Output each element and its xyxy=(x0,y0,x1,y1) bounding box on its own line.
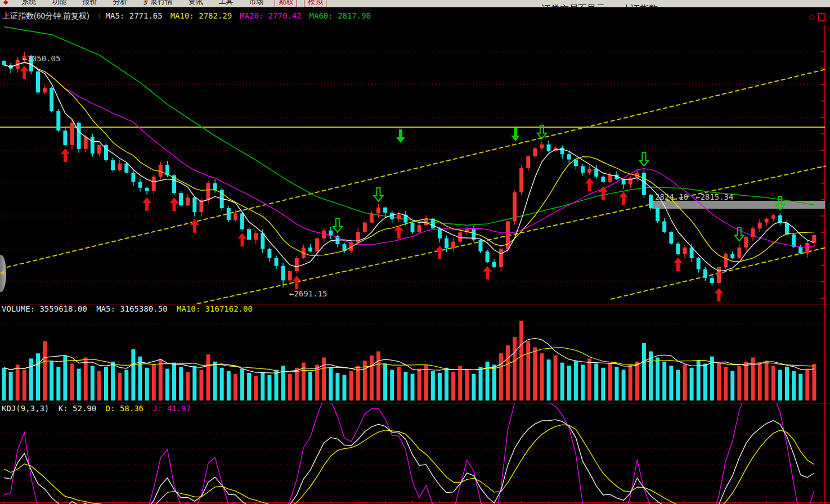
ma20-value: MA20: 2770.42 xyxy=(240,11,302,20)
price-label-3: ←2815.34 xyxy=(696,192,733,201)
kdj-params: KDJ(9,3,3) xyxy=(2,404,49,413)
kdj-j-line xyxy=(4,403,814,504)
kdj-k-line xyxy=(4,420,814,504)
menu-item-7[interactable]: 市场 xyxy=(249,0,263,7)
chart-title: 上证指数(60分钟.前复权) xyxy=(2,11,89,20)
menu-item-boxed-0[interactable]: 期权 xyxy=(275,0,297,7)
ma10-value: MA10: 2782.29 xyxy=(171,11,232,20)
trading-app-window: ◆系统功能报价分析扩展行情资讯工具市场期权模拟 证券交易不显示 上证指数 上证指… xyxy=(0,0,830,504)
volume-header: VOLUME: 3559618.00 MA5: 3165380.50 MA10:… xyxy=(2,304,257,313)
menu-item-0[interactable]: 系统 xyxy=(21,0,36,7)
volume-gridlines xyxy=(0,325,825,362)
menu-item-1[interactable]: 功能 xyxy=(52,0,66,7)
kdj-chart-canvas[interactable] xyxy=(0,403,830,504)
restore-window-icon[interactable] xyxy=(818,13,825,21)
trendlines xyxy=(0,69,826,304)
menu-bar: ◆系统功能报价分析扩展行情资讯工具市场期权模拟 证券交易不显示 上证指数 xyxy=(0,0,830,8)
price-axis xyxy=(821,25,825,304)
menu-item-boxed-1[interactable]: 模拟 xyxy=(304,0,326,7)
kdj-gridlines xyxy=(0,433,825,496)
menu-item-6[interactable]: 工具 xyxy=(218,0,233,7)
app-icon[interactable]: ◆ xyxy=(3,0,8,5)
menu-item-4[interactable]: 扩展行情 xyxy=(143,0,172,7)
price-label-1: ←2691.15 xyxy=(289,289,327,298)
ma60-value: MA60: 2817.90 xyxy=(309,11,371,20)
ma5-value: MA5: 2771.65 xyxy=(106,11,163,20)
kdj-d-value: D: 58.36 xyxy=(106,404,143,413)
main-chart-canvas[interactable]: ←3050.05←2691.152824.10←2815.34 xyxy=(0,25,830,304)
volume-value: VOLUME: 3559618.00 xyxy=(2,304,87,313)
menu-item-3[interactable]: 分析 xyxy=(113,0,127,7)
price-gridlines xyxy=(0,52,825,282)
chart-title-bar: 上证指数(60分钟.前复权) ↑ MA5: 2771.65 MA10: 2782… xyxy=(0,7,830,25)
expand-left-icon xyxy=(0,270,4,276)
buy-signal-icon: ↑ xyxy=(97,11,101,20)
sell-signal-arrows xyxy=(333,125,785,241)
diamond-icon[interactable]: ◇ xyxy=(809,12,815,21)
price-label-0: ←3050.05 xyxy=(23,54,60,63)
menu-item-5[interactable]: 资讯 xyxy=(188,0,203,7)
menu-item-2[interactable]: 报价 xyxy=(82,0,97,7)
volume-ma5-value: MA5: 3165380.50 xyxy=(96,304,167,313)
price-label-2: 2824.10 xyxy=(655,192,688,201)
volume-ma10-value: MA10: 3167162.00 xyxy=(177,304,253,313)
volume-chart-canvas[interactable] xyxy=(0,304,830,403)
kdj-header: KDJ(9,3,3) K: 52.90 D: 58.36 J: 41.97 xyxy=(2,404,195,413)
kdj-k-value: K: 52.90 xyxy=(59,404,96,413)
kdj-j-value: J: 41.97 xyxy=(152,404,190,413)
bottom-axis xyxy=(0,501,830,503)
